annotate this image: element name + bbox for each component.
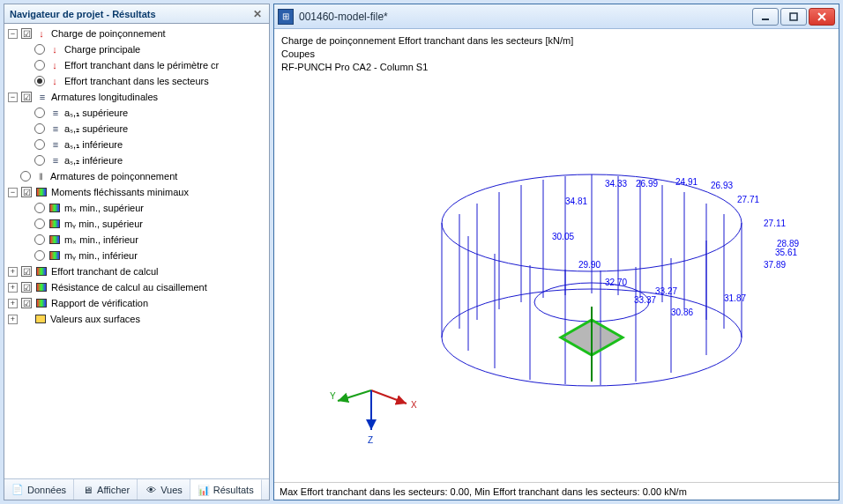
tree-label: Effort tranchant de calcul	[51, 266, 158, 277]
tree-node-resistance-cisaillement[interactable]: + ☑ Résistance de calcul au cisaillement	[4, 279, 269, 295]
rebar-icon: ≡	[48, 122, 61, 135]
viewport-header: Charge de poinçonnement Effort tranchant…	[281, 34, 573, 74]
tree-node-my-sup[interactable]: mᵧ min., supérieur	[4, 216, 269, 232]
load-icon: ↓	[48, 43, 61, 56]
radio[interactable]	[34, 250, 45, 261]
value-label: 27.11	[764, 219, 786, 228]
load-icon: ↓	[35, 27, 48, 40]
punch-rebar-icon: ⦀	[34, 170, 47, 182]
moment-icon	[36, 188, 47, 196]
radio[interactable]	[34, 139, 45, 150]
value-label: 34.33	[605, 179, 627, 189]
collapse-icon[interactable]: −	[8, 29, 18, 39]
status-text: Max Effort tranchant dans les secteurs: …	[280, 486, 687, 497]
collapse-icon[interactable]: −	[8, 93, 18, 102]
tree-node-charge-poinconnement[interactable]: − ☑ ↓ Charge de poinçonnement	[4, 26, 269, 41]
collapse-icon[interactable]: −	[8, 188, 18, 197]
radio[interactable]	[34, 155, 45, 166]
tree-label: Armatures longitudinales	[51, 92, 158, 102]
tree-node-rapport-verification[interactable]: + ☑ Rapport de vérification	[4, 295, 269, 311]
tree-node-as1-inf[interactable]: ≡ aₛ,₁ inférieure	[4, 137, 269, 152]
load-icon: ↓	[48, 59, 61, 71]
window-title: 001460-model-file*	[299, 11, 388, 23]
tab-resultats[interactable]: 📊 Résultats	[190, 479, 262, 500]
value-label: 34.81	[565, 196, 587, 206]
checkbox[interactable]: ☑	[21, 298, 32, 308]
svg-line-33	[338, 390, 371, 401]
close-icon	[817, 11, 827, 22]
results-icon: 📊	[198, 484, 210, 496]
expand-icon[interactable]: +	[8, 267, 18, 277]
radio[interactable]	[34, 219, 45, 229]
axis-gizmo: X Y Z	[327, 364, 433, 452]
tree-label: aₛ,₂ inférieure	[64, 155, 123, 167]
radio-selected[interactable]	[34, 76, 45, 86]
tree-node-as1-sup[interactable]: ≡ aₛ,₁ supérieure	[4, 105, 269, 121]
tab-afficher[interactable]: 🖥 Afficher	[74, 479, 138, 500]
value-label: 33.37	[634, 295, 656, 305]
tree-node-as2-inf[interactable]: ≡ aₛ,₂ inférieure	[4, 152, 269, 168]
radio[interactable]	[20, 171, 31, 182]
value-label: 32.70	[605, 278, 627, 287]
panel-title: Navigateur de projet - Résultats	[10, 9, 156, 19]
tree-label: Effort tranchant dans les secteurs	[64, 76, 209, 86]
tab-label: Vues	[160, 485, 183, 495]
tree-node-as2-sup[interactable]: ≡ aₛ,₂ supérieure	[4, 121, 269, 137]
tree-node-effort-secteurs[interactable]: ↓ Effort tranchant dans les secteurs	[4, 73, 269, 89]
minimize-button[interactable]	[752, 8, 779, 26]
radio[interactable]	[34, 123, 45, 134]
tree-label: Résistance de calcul au cisaillement	[51, 282, 207, 293]
value-label: 24.91	[675, 177, 698, 187]
value-label: 31.87	[724, 293, 746, 303]
checkbox[interactable]: ☑	[21, 92, 32, 102]
svg-line-32	[371, 390, 407, 404]
checkbox[interactable]: ☑	[21, 282, 32, 293]
result-icon	[36, 283, 47, 292]
window-titlebar[interactable]: ⊞ 001460-model-file*	[274, 4, 839, 29]
radio[interactable]	[34, 107, 45, 118]
tree-node-valeurs-surfaces[interactable]: + Valeurs aux surfaces	[4, 311, 269, 327]
results-tree: − ☑ ↓ Charge de poinçonnement ↓ Charge p…	[4, 24, 269, 478]
value-label: 27.71	[737, 195, 759, 204]
maximize-button[interactable]	[780, 8, 807, 26]
tree-node-armatures-longitudinales[interactable]: − ☑ ≡ Armatures longitudinales	[4, 89, 269, 105]
radio[interactable]	[34, 203, 45, 213]
checkbox[interactable]: ☑	[21, 187, 32, 197]
tree-label: aₛ,₁ supérieure	[64, 107, 128, 119]
moment-icon	[49, 251, 60, 260]
load-icon: ↓	[48, 75, 61, 87]
tree-label: aₛ,₂ supérieure	[64, 123, 128, 135]
radio[interactable]	[34, 44, 45, 55]
tree-node-mx-sup[interactable]: mₓ min., supérieur	[4, 200, 269, 216]
project-navigator-panel: Navigateur de projet - Résultats ✕ − ☑ ↓…	[4, 4, 270, 500]
tree-node-effort-perimetre[interactable]: ↓ Effort tranchant dans le périmètre cr	[4, 57, 269, 73]
tree-node-armatures-poinconnement[interactable]: ⦀ Armatures de poinçonnement	[4, 168, 269, 184]
panel-close-icon[interactable]: ✕	[251, 8, 264, 20]
tree-node-my-inf[interactable]: mᵧ min., inférieur	[4, 248, 269, 263]
tree-node-charge-principale[interactable]: ↓ Charge principale	[4, 41, 269, 57]
checkbox[interactable]: ☑	[21, 266, 32, 277]
expand-icon[interactable]: +	[8, 315, 18, 324]
tree-node-moments-min[interactable]: − ☑ Moments fléchissants minimaux	[4, 184, 269, 200]
expand-icon[interactable]: +	[8, 283, 18, 293]
app-icon: ⊞	[278, 9, 294, 25]
value-label: 26.93	[711, 181, 733, 190]
status-bar: Max Effort tranchant dans les secteurs: …	[274, 482, 839, 500]
tab-donnees[interactable]: 📄 Données	[4, 479, 74, 500]
axis-z-label: Z	[368, 435, 373, 445]
tree-label: mᵧ min., inférieur	[64, 250, 138, 262]
checkbox[interactable]: ☑	[21, 28, 32, 39]
close-button[interactable]	[809, 8, 835, 26]
rebar-icon: ≡	[35, 91, 48, 103]
tree-node-mx-inf[interactable]: mₓ min., inférieur	[4, 232, 269, 248]
tree-node-effort-calcul[interactable]: + ☑ Effort tranchant de calcul	[4, 263, 269, 279]
radio[interactable]	[34, 60, 45, 70]
tree-label: mₓ min., supérieur	[64, 203, 144, 214]
moment-icon	[49, 204, 60, 212]
panel-header: Navigateur de projet - Résultats ✕	[4, 4, 269, 24]
tab-vues[interactable]: 👁 Vues	[138, 479, 190, 500]
svg-rect-1	[790, 13, 797, 20]
radio[interactable]	[34, 234, 45, 245]
expand-icon[interactable]: +	[8, 299, 18, 308]
viewport-3d[interactable]: Charge de poinçonnement Effort tranchant…	[274, 29, 839, 482]
